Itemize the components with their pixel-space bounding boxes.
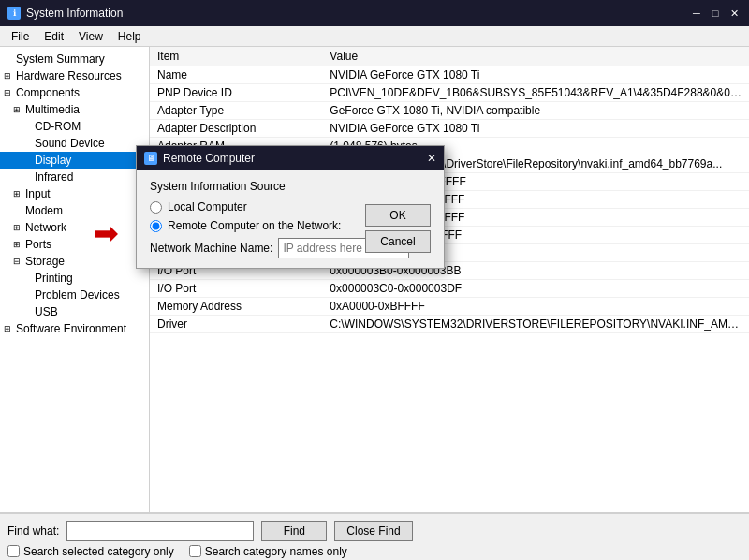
dialog-overlay: 🖥 Remote Computer ✕ System Information S…: [0, 0, 749, 560]
dialog-title-bar: 🖥 Remote Computer ✕: [137, 146, 444, 170]
remote-computer-dialog: 🖥 Remote Computer ✕ System Information S…: [136, 145, 445, 269]
radio-remote-label[interactable]: Remote Computer on the Network:: [168, 219, 341, 232]
dialog-ok-button[interactable]: OK: [365, 204, 431, 227]
dialog-title: Remote Computer: [163, 152, 255, 165]
dialog-cancel-button[interactable]: Cancel: [365, 230, 431, 253]
dialog-icon: 🖥: [144, 152, 157, 165]
radio-remote[interactable]: [150, 220, 162, 232]
radio-local-label[interactable]: Local Computer: [168, 200, 247, 214]
dialog-section-title: System Information Source: [150, 180, 431, 193]
dialog-action-buttons: OK Cancel: [365, 204, 431, 253]
network-name-label: Network Machine Name:: [150, 242, 272, 255]
dialog-body: System Information Source OK Cancel Loca…: [137, 170, 444, 268]
radio-local[interactable]: [150, 201, 162, 214]
dialog-close-button[interactable]: ✕: [427, 152, 436, 165]
